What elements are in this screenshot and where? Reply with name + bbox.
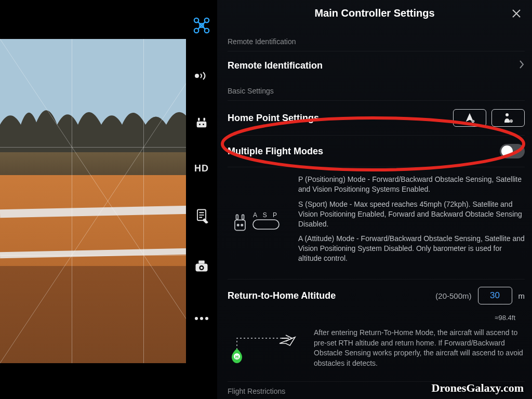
svg-rect-9 bbox=[198, 118, 200, 121]
row-remote-identification[interactable]: Remote Identification bbox=[228, 51, 525, 79]
svg-point-12 bbox=[203, 124, 204, 125]
rth-description-block: H After entering Return-To-Home Mode, th… bbox=[228, 322, 525, 378]
app-root: HD Main Controller Settings Remote Ident… bbox=[0, 0, 532, 399]
row-multiple-flight-modes: Multiple Flight Modes bbox=[228, 135, 525, 167]
row-rth-altitude: Return-to-Home Altitude (20-500m) 30 m bbox=[228, 279, 525, 312]
svg-point-23 bbox=[506, 113, 509, 116]
mode-text-block: P (Positioning) Mode - Forward/Backward … bbox=[298, 175, 525, 269]
hd-transmission-icon[interactable]: HD bbox=[194, 163, 209, 174]
panel-content: Remote Identification Remote Identificat… bbox=[228, 30, 525, 399]
mode-s-text: S (Sport) Mode - Max speed reaches 45mph… bbox=[298, 200, 525, 229]
svg-point-7 bbox=[195, 74, 199, 78]
mode-letters: A S P bbox=[252, 211, 280, 219]
svg-text:H: H bbox=[235, 354, 239, 360]
svg-text:H: H bbox=[472, 120, 474, 123]
section-remote-id: Remote Identification bbox=[228, 37, 525, 46]
more-icon[interactable] bbox=[194, 316, 209, 321]
runway-stripe bbox=[0, 205, 216, 218]
row-label: Remote Identification bbox=[228, 60, 323, 71]
svg-rect-26 bbox=[235, 220, 245, 230]
mode-a-text: A (Attitude) Mode - Forward/Backward Obs… bbox=[298, 234, 525, 263]
svg-point-18 bbox=[195, 317, 198, 320]
svg-point-17 bbox=[201, 267, 203, 269]
trees-silhouette bbox=[0, 97, 216, 152]
grid-line bbox=[143, 39, 144, 363]
settings-panel: Main Controller Settings Remote Identifi… bbox=[217, 0, 532, 399]
camera-feed[interactable] bbox=[0, 39, 216, 363]
panel-title: Main Controller Settings bbox=[217, 7, 532, 19]
svg-rect-10 bbox=[204, 118, 206, 121]
settings-rail: HD bbox=[186, 0, 217, 399]
rth-range: (20-500m) bbox=[435, 291, 471, 300]
rth-altitude-input[interactable]: 30 bbox=[478, 287, 512, 304]
svg-rect-28 bbox=[242, 215, 244, 219]
grid-line bbox=[0, 147, 216, 148]
row-label: Return-to-Home Altitude bbox=[228, 290, 429, 301]
svg-rect-27 bbox=[236, 215, 238, 219]
svg-rect-15 bbox=[198, 261, 205, 264]
row-label: Home Point Settings bbox=[228, 113, 319, 124]
gimbal-icon[interactable] bbox=[194, 259, 209, 273]
svg-point-29 bbox=[237, 224, 239, 225]
aircraft-icon[interactable] bbox=[193, 17, 210, 34]
mode-p-text: P (Positioning) Mode - Forward/Backward … bbox=[298, 175, 525, 194]
row-label: Multiple Flight Modes bbox=[228, 146, 323, 157]
section-basic: Basic Settings bbox=[228, 87, 525, 95]
home-point-buttons: H H bbox=[453, 109, 525, 127]
home-point-aircraft-button[interactable]: H bbox=[453, 109, 486, 127]
mode-switch-graphic: A S P bbox=[228, 175, 285, 269]
home-point-user-button[interactable]: H bbox=[491, 109, 525, 127]
runway-stripe bbox=[0, 247, 216, 258]
flight-mode-description: A S P P (Positioning) Mode - Forward/Bac… bbox=[228, 167, 525, 279]
svg-point-11 bbox=[199, 124, 201, 125]
svg-point-20 bbox=[205, 317, 208, 320]
grid-line bbox=[0, 255, 216, 256]
svg-rect-31 bbox=[253, 220, 279, 229]
rth-description-text: After entering Return-To-Home Mode, the … bbox=[314, 328, 525, 368]
chevron-right-icon bbox=[518, 60, 525, 71]
battery-settings-icon[interactable] bbox=[194, 208, 209, 223]
grid-line bbox=[72, 39, 72, 363]
rth-approx: ≈98.4ft bbox=[228, 314, 525, 322]
signal-icon[interactable] bbox=[194, 71, 209, 81]
watermark: DronesGalaxy.com bbox=[432, 381, 524, 395]
rth-unit: m bbox=[518, 291, 525, 300]
svg-rect-8 bbox=[197, 122, 207, 128]
multiple-flight-modes-toggle[interactable] bbox=[500, 144, 525, 158]
close-icon[interactable] bbox=[510, 7, 523, 22]
svg-point-19 bbox=[200, 317, 203, 320]
svg-point-30 bbox=[241, 224, 243, 225]
row-home-point: Home Point Settings H H bbox=[228, 100, 525, 135]
svg-text:H: H bbox=[510, 119, 512, 123]
rth-path-graphic: H bbox=[228, 328, 300, 364]
remote-controller-icon[interactable] bbox=[194, 115, 209, 130]
